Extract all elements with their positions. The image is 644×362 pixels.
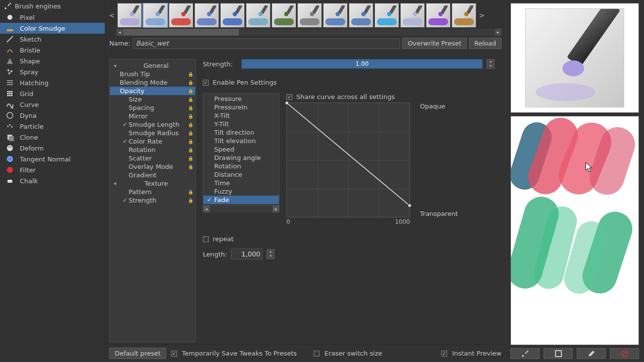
preset-thumb[interactable]	[452, 3, 476, 28]
engine-item-deform[interactable]: Deform	[0, 143, 105, 154]
tree-item-brush-tip[interactable]: Brush Tip🔒	[110, 70, 195, 78]
preset-thumb[interactable]	[297, 3, 322, 28]
sensor-scrollbar[interactable]: ◂ ▸	[203, 206, 279, 212]
preview-cancel-button[interactable]	[610, 348, 639, 359]
engine-item-shape[interactable]: Shape	[0, 55, 105, 66]
preset-thumb[interactable]	[272, 3, 296, 28]
preset-scrollbar[interactable]: ◂ ▸	[116, 29, 502, 36]
reload-button[interactable]: Reload	[469, 38, 502, 49]
preset-thumb[interactable]	[426, 3, 451, 28]
sensor-item-tilt-direction[interactable]: Tilt direction	[203, 128, 279, 137]
engine-item-pixel[interactable]: Pixel	[0, 12, 105, 23]
preset-thumb[interactable]	[169, 3, 193, 28]
engine-item-clone[interactable]: Clone	[0, 132, 105, 143]
sensor-item-pressure[interactable]: Pressure	[203, 95, 279, 103]
sensor-item-x-tilt[interactable]: X-Tilt	[203, 111, 279, 120]
sensor-item-rotation[interactable]: Rotation	[203, 162, 279, 170]
curve-handle-start[interactable]	[285, 101, 289, 105]
svg-point-27	[259, 12, 263, 16]
preset-prev-button[interactable]: <	[108, 11, 115, 19]
preset-thumb[interactable]	[323, 3, 348, 28]
preset-thumb[interactable]	[400, 3, 425, 28]
sensor-item-speed[interactable]: Speed	[203, 145, 279, 154]
tree-item-size[interactable]: Size🔒	[110, 95, 195, 103]
preset-name-input[interactable]	[133, 38, 400, 49]
default-preset-button[interactable]: Default preset	[109, 348, 166, 359]
engine-item-chalk[interactable]: Chalk	[0, 175, 105, 186]
tree-item-strength[interactable]: ✓Strength🔒	[110, 196, 195, 205]
tree-item-spacing[interactable]: Spacing🔒	[110, 103, 195, 112]
sensor-item-pressurein[interactable]: PressureIn	[203, 103, 279, 111]
length-spinner[interactable]: ▴▾	[267, 249, 275, 259]
engine-item-filter[interactable]: Filter	[0, 164, 105, 175]
tree-item-blending-mode[interactable]: Blending Mode🔒	[110, 78, 195, 87]
eraser-switch-checkbox[interactable]	[314, 351, 320, 357]
sensor-checkbox[interactable]: ✓	[206, 197, 212, 203]
engine-item-grid[interactable]: Grid	[0, 88, 105, 99]
length-input[interactable]	[231, 249, 263, 259]
sensor-item-drawing-angle[interactable]: Drawing angle	[203, 154, 279, 162]
sensor-item-fade[interactable]: ✓Fade	[203, 196, 279, 204]
scroll-right-icon[interactable]: ▸	[495, 29, 502, 36]
enable-pen-checkbox[interactable]: ✓	[203, 80, 209, 86]
preview-clear-button[interactable]	[577, 348, 606, 359]
share-curve-checkbox[interactable]: ✓	[286, 94, 292, 100]
sensor-item-y-tilt[interactable]: Y-Tilt	[203, 120, 279, 128]
preview-brush-button[interactable]	[510, 348, 540, 359]
tree-item-checkbox[interactable]: ✓	[113, 197, 123, 204]
engine-item-curve[interactable]: Curve	[0, 99, 105, 110]
engine-item-hatching[interactable]: Hatching	[0, 77, 105, 88]
tree-item-overlay-mode[interactable]: Overlay Mode🔒	[110, 162, 195, 171]
tree-item-rotation[interactable]: Rotation🔒	[110, 146, 195, 154]
repeat-checkbox[interactable]	[203, 236, 209, 242]
preview-pane	[506, 0, 644, 362]
engine-item-dyna[interactable]: Dyna	[0, 110, 105, 121]
stroke-preview	[300, 18, 320, 25]
sensor-item-time[interactable]: Time	[203, 179, 279, 187]
preset-thumb[interactable]	[374, 3, 399, 28]
curve-handle-end[interactable]	[408, 204, 412, 207]
tree-item-opacity[interactable]: Opacity🔒	[110, 87, 195, 95]
preset-thumb[interactable]	[246, 3, 271, 28]
scroll-left-icon[interactable]: ◂	[116, 29, 123, 36]
preset-thumb[interactable]	[194, 3, 219, 28]
preset-next-button[interactable]: >	[478, 11, 485, 19]
scroll-left-icon[interactable]: ◂	[203, 206, 210, 212]
engine-item-particle[interactable]: Particle	[0, 121, 105, 132]
preset-thumb[interactable]	[143, 3, 168, 28]
tree-item-scatter[interactable]: Scatter🔒	[110, 154, 195, 162]
preview-fill-button[interactable]	[544, 348, 573, 359]
preset-thumb[interactable]	[117, 3, 142, 28]
temp-save-checkbox[interactable]: ✓	[171, 351, 177, 357]
scratchpad[interactable]	[510, 116, 639, 345]
engine-item-spray[interactable]: Spray	[0, 66, 105, 77]
engine-item-color-smudge[interactable]: Color Smudge	[0, 23, 105, 34]
engine-label: Clone	[20, 134, 38, 141]
tree-item-color-rate[interactable]: ✓Color Rate🔒	[110, 137, 195, 146]
overwrite-preset-button[interactable]: Overwrite Preset	[402, 38, 467, 49]
tree-item-gradient[interactable]: Gradient	[110, 171, 195, 179]
sensor-item-tilt-elevation[interactable]: Tilt elevation	[203, 137, 279, 145]
curve-editor[interactable]	[286, 103, 410, 217]
engine-item-tangent-normal[interactable]: Tangent Normal	[0, 154, 105, 164]
tree-item-smudge-length[interactable]: ✓Smudge Length🔒	[110, 120, 195, 129]
scrollbar-track[interactable]	[210, 206, 273, 212]
tree-item-checkbox[interactable]: ✓	[113, 138, 123, 145]
tree-item-checkbox[interactable]: ✓	[113, 121, 123, 128]
tree-group-general[interactable]: ▾ General	[110, 61, 195, 70]
tree-item-pattern[interactable]: Pattern🔒	[110, 188, 195, 196]
tree-group-texture[interactable]: ▾ Texture	[110, 179, 195, 188]
strength-slider[interactable]: 1.00	[241, 59, 483, 69]
preset-thumb[interactable]	[220, 3, 245, 28]
engine-item-bristle[interactable]: Bristle	[0, 45, 105, 55]
instant-preview-checkbox[interactable]: ✓	[441, 351, 447, 357]
tree-item-mirror[interactable]: Mirror🔒	[110, 112, 195, 120]
engine-item-sketch[interactable]: Sketch	[0, 34, 105, 45]
sensor-item-distance[interactable]: Distance	[203, 170, 279, 179]
scroll-right-icon[interactable]: ▸	[273, 206, 279, 212]
preset-thumb[interactable]	[349, 3, 373, 28]
sensor-item-fuzzy[interactable]: Fuzzy	[203, 187, 279, 196]
strength-spinner[interactable]: ▴▾	[487, 59, 495, 69]
tree-item-smudge-radius[interactable]: Smudge Radius🔒	[110, 129, 195, 137]
scrollbar-thumb[interactable]	[123, 29, 239, 36]
